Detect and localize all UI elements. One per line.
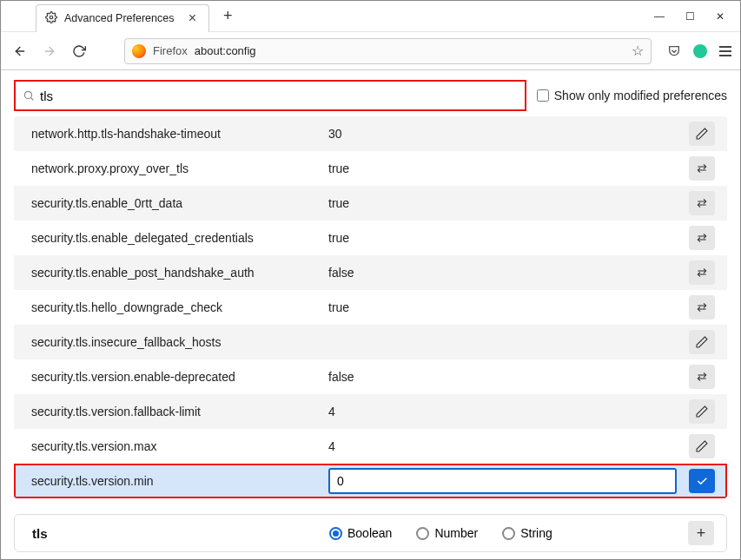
pref-row: security.tls.insecure_fallback_hosts bbox=[14, 325, 727, 359]
pref-value: true bbox=[328, 161, 677, 175]
toggle-button[interactable] bbox=[689, 260, 715, 285]
pref-row: security.tls.enable_delegated_credential… bbox=[14, 221, 727, 255]
pref-row: security.tls.version.max4 bbox=[14, 429, 727, 464]
edit-button[interactable] bbox=[689, 330, 715, 354]
pref-value: 30 bbox=[328, 127, 677, 141]
pref-name: security.tls.enable_post_handshake_auth bbox=[26, 266, 321, 280]
filter-row: Show only modified preferences bbox=[14, 80, 727, 111]
window-controls: — ☐ ✕ bbox=[654, 10, 740, 23]
pref-row: security.tls.enable_post_handshake_authf… bbox=[14, 255, 727, 290]
pref-row: security.tls.version.min bbox=[14, 464, 727, 498]
show-modified-label: Show only modified preferences bbox=[554, 89, 727, 102]
pref-row: network.proxy.proxy_over_tlstrue bbox=[14, 151, 727, 186]
pref-value: false bbox=[328, 266, 677, 280]
toolbar-right bbox=[660, 43, 731, 59]
browser-tab[interactable]: Advanced Preferences × bbox=[36, 4, 209, 32]
pref-row: security.tls.version.enable-deprecatedfa… bbox=[14, 359, 727, 394]
pref-name: security.tls.version.min bbox=[26, 474, 321, 488]
toggle-button[interactable] bbox=[689, 226, 715, 250]
toggle-button[interactable] bbox=[689, 295, 715, 320]
extension-icon[interactable] bbox=[693, 44, 707, 58]
forward-button[interactable] bbox=[39, 41, 60, 62]
pref-value bbox=[328, 468, 677, 494]
url-text: about:config bbox=[195, 44, 256, 57]
back-button[interactable] bbox=[10, 41, 30, 62]
pref-search-box[interactable] bbox=[14, 80, 526, 111]
search-icon bbox=[23, 89, 35, 102]
pref-name: security.tls.hello_downgrade_check bbox=[26, 300, 321, 314]
add-pref-button[interactable]: + bbox=[688, 521, 714, 545]
show-modified-checkbox[interactable] bbox=[537, 89, 549, 102]
pref-value-input[interactable] bbox=[328, 468, 677, 494]
pref-row: security.tls.version.fallback-limit4 bbox=[14, 394, 727, 429]
pref-name: network.http.tls-handshake-timeout bbox=[26, 127, 321, 141]
edit-button[interactable] bbox=[689, 122, 715, 146]
minimize-button[interactable]: — bbox=[654, 10, 665, 23]
type-radio-boolean[interactable]: Boolean bbox=[329, 526, 392, 540]
new-pref-name: tls bbox=[27, 526, 322, 541]
tab-title: Advanced Preferences bbox=[64, 12, 174, 24]
pref-value: true bbox=[328, 196, 677, 210]
pref-list: network.http.tls-handshake-timeout30netw… bbox=[14, 116, 727, 498]
show-modified-toggle[interactable]: Show only modified preferences bbox=[537, 89, 727, 102]
save-button[interactable] bbox=[689, 469, 715, 493]
pref-name: security.tls.insecure_fallback_hosts bbox=[26, 335, 321, 349]
pref-name: security.tls.version.max bbox=[26, 439, 321, 453]
type-radio-number[interactable]: Number bbox=[416, 526, 478, 540]
pref-value: false bbox=[328, 370, 677, 384]
pref-name: security.tls.enable_0rtt_data bbox=[26, 196, 321, 210]
pref-name: security.tls.enable_delegated_credential… bbox=[26, 231, 321, 245]
firefox-icon bbox=[132, 44, 146, 58]
maximize-button[interactable]: ☐ bbox=[685, 10, 695, 23]
pref-name: security.tls.version.fallback-limit bbox=[26, 405, 321, 418]
pref-search-input[interactable] bbox=[40, 89, 518, 103]
toggle-button[interactable] bbox=[689, 191, 715, 215]
navigation-toolbar: Firefox about:config ☆ bbox=[1, 32, 740, 70]
pref-name: network.proxy.proxy_over_tls bbox=[26, 161, 321, 175]
toggle-button[interactable] bbox=[689, 365, 715, 389]
pref-row: network.http.tls-handshake-timeout30 bbox=[14, 116, 727, 151]
hamburger-menu-icon[interactable] bbox=[719, 46, 731, 56]
edit-button[interactable] bbox=[689, 434, 715, 458]
close-tab-icon[interactable]: × bbox=[185, 11, 200, 25]
new-tab-button[interactable]: + bbox=[218, 7, 238, 25]
type-radio-string[interactable]: String bbox=[502, 526, 552, 540]
pref-row: security.tls.hello_downgrade_checktrue bbox=[14, 290, 727, 325]
url-bar[interactable]: Firefox about:config ☆ bbox=[124, 38, 652, 64]
new-pref-types: Boolean Number String bbox=[329, 526, 681, 540]
pref-value: 4 bbox=[328, 405, 677, 418]
titlebar: Advanced Preferences × + — ☐ ✕ bbox=[1, 1, 740, 32]
svg-point-0 bbox=[50, 16, 53, 19]
brand-label: Firefox bbox=[153, 44, 188, 57]
content-area: Show only modified preferences network.h… bbox=[2, 71, 739, 558]
pref-name: security.tls.version.enable-deprecated bbox=[26, 370, 321, 384]
reload-button[interactable] bbox=[69, 41, 89, 62]
gear-icon bbox=[45, 11, 57, 26]
svg-point-1 bbox=[24, 91, 31, 98]
bookmark-star-icon[interactable]: ☆ bbox=[632, 43, 644, 59]
edit-button[interactable] bbox=[689, 399, 715, 424]
scroll-area[interactable]: Show only modified preferences network.h… bbox=[2, 71, 739, 558]
pref-value: 4 bbox=[328, 439, 677, 453]
pref-row: security.tls.enable_0rtt_datatrue bbox=[14, 186, 727, 221]
close-window-button[interactable]: ✕ bbox=[716, 10, 724, 23]
toggle-button[interactable] bbox=[689, 156, 715, 181]
pref-value: true bbox=[328, 300, 677, 314]
new-pref-row: tls Boolean Number String + bbox=[14, 514, 727, 552]
pref-value: true bbox=[328, 231, 677, 245]
pocket-icon[interactable] bbox=[667, 43, 681, 59]
